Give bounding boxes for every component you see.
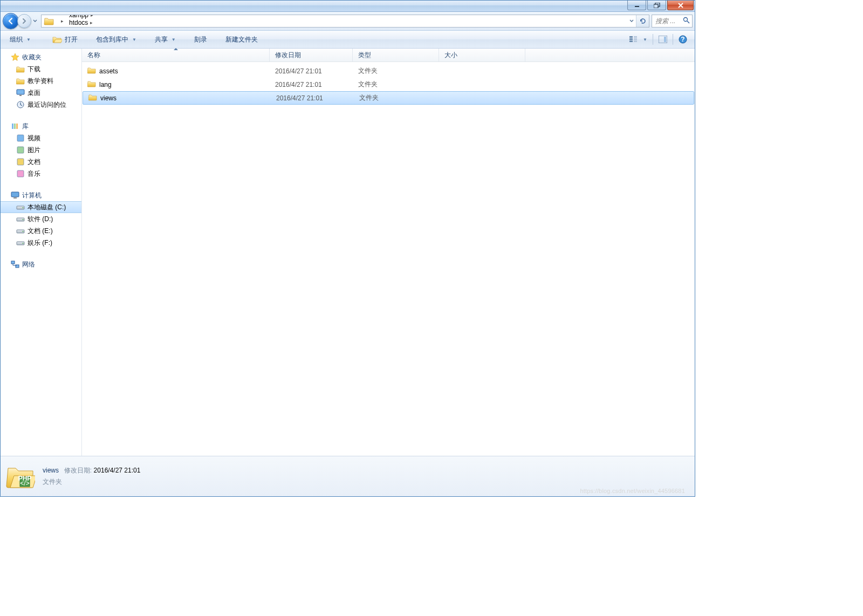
refresh-button[interactable] bbox=[636, 15, 649, 27]
breadcrumb-bar[interactable]: ▸ 计算机▸本地磁盘 (C:)▸xampp▸htdocs▸PHPprimary▸… bbox=[41, 15, 649, 28]
tree-item[interactable]: 本地磁盘 (C:) bbox=[1, 201, 81, 213]
chevron-down-icon: ▼ bbox=[132, 37, 136, 42]
tree-item[interactable]: 图片 bbox=[1, 144, 81, 156]
column-size[interactable]: 大小 bbox=[439, 49, 525, 61]
chevron-right-icon: ▸ bbox=[90, 20, 93, 25]
tree-item[interactable]: 文档 (E:) bbox=[1, 225, 81, 237]
view-options-button[interactable]: ▼ bbox=[626, 33, 650, 46]
tree-item[interactable]: 最近访问的位 bbox=[1, 99, 81, 111]
forward-button[interactable] bbox=[17, 14, 31, 28]
title-bar bbox=[1, 1, 695, 12]
file-type: 文件夹 bbox=[353, 66, 439, 76]
file-list[interactable]: assets2016/4/27 21:01文件夹lang2016/4/27 21… bbox=[82, 62, 695, 456]
column-date[interactable]: 修改日期 bbox=[270, 49, 353, 61]
share-button[interactable]: 共享▼ bbox=[150, 33, 181, 46]
tree-item[interactable]: 音乐 bbox=[1, 168, 81, 180]
address-dropdown[interactable] bbox=[626, 15, 636, 27]
tree-root-item[interactable]: 库 bbox=[1, 120, 81, 132]
column-name[interactable]: 名称 bbox=[82, 49, 270, 61]
column-type[interactable]: 类型 bbox=[353, 49, 439, 61]
tree-icon bbox=[16, 64, 25, 74]
preview-pane-button[interactable] bbox=[655, 33, 670, 46]
details-date-value: 2016/4/27 21:01 bbox=[94, 467, 141, 474]
refresh-icon bbox=[639, 17, 647, 25]
file-row[interactable]: assets2016/4/27 21:01文件夹 bbox=[82, 64, 695, 78]
burn-button[interactable]: 刻录 bbox=[189, 33, 212, 46]
tree-root-item[interactable]: 计算机 bbox=[1, 189, 81, 201]
tree-item[interactable]: 软件 (D:) bbox=[1, 213, 81, 225]
file-name: views bbox=[100, 94, 117, 102]
details-date-label: 修改日期: bbox=[64, 467, 92, 474]
file-date: 2016/4/27 21:01 bbox=[270, 81, 353, 88]
details-type: 文件夹 bbox=[43, 477, 140, 487]
minimize-button[interactable] bbox=[627, 1, 646, 10]
chevron-down-icon: ▼ bbox=[26, 37, 31, 42]
folder-large-icon: PHP </> bbox=[6, 462, 35, 491]
svg-point-30 bbox=[23, 219, 24, 220]
preview-pane-icon bbox=[659, 36, 667, 43]
svg-rect-15 bbox=[17, 90, 24, 94]
svg-rect-18 bbox=[12, 124, 13, 129]
file-date: 2016/4/27 21:01 bbox=[271, 94, 354, 102]
back-button[interactable] bbox=[3, 13, 19, 29]
svg-rect-25 bbox=[11, 192, 19, 197]
view-icon bbox=[629, 36, 639, 43]
tree-icon bbox=[16, 88, 25, 98]
breadcrumb-segment[interactable]: PHPprimary▸ bbox=[66, 26, 114, 28]
tree-root-item[interactable]: 网络 bbox=[1, 258, 81, 270]
tree-item[interactable]: 桌面 bbox=[1, 87, 81, 99]
help-icon: ? bbox=[679, 35, 687, 44]
search-icon[interactable] bbox=[683, 17, 690, 25]
new-folder-button[interactable]: 新建文件夹 bbox=[221, 33, 263, 46]
tree-item[interactable]: 视频 bbox=[1, 132, 81, 144]
tree-item[interactable]: 文档 bbox=[1, 156, 81, 168]
tree-icon bbox=[16, 145, 25, 155]
maximize-icon bbox=[654, 3, 660, 8]
search-input[interactable]: 搜索 ... bbox=[652, 15, 693, 28]
tree-item[interactable]: 下载 bbox=[1, 63, 81, 75]
tree-icon bbox=[16, 76, 25, 86]
nav-history-dropdown[interactable] bbox=[31, 14, 39, 28]
svg-text:</>: </> bbox=[20, 480, 29, 487]
arrow-right-icon bbox=[21, 18, 28, 24]
file-row[interactable]: lang2016/4/27 21:01文件夹 bbox=[82, 78, 695, 91]
chevron-down-icon: ▼ bbox=[643, 37, 647, 42]
tree-root-item[interactable]: 收藏夹 bbox=[1, 51, 81, 63]
breadcrumb-segment[interactable]: xampp▸ bbox=[66, 15, 114, 19]
command-bar: 组织▼ 打开 包含到库中▼ 共享▼ 刻录 新建文件夹 ▼ bbox=[1, 31, 695, 49]
svg-rect-7 bbox=[629, 40, 633, 42]
svg-point-28 bbox=[23, 207, 24, 208]
tree-icon bbox=[16, 100, 25, 109]
svg-rect-9 bbox=[634, 38, 637, 40]
svg-rect-12 bbox=[664, 37, 666, 42]
close-icon bbox=[677, 3, 684, 8]
address-bar: ▸ 计算机▸本地磁盘 (C:)▸xampp▸htdocs▸PHPprimary▸… bbox=[1, 12, 695, 31]
tree-item[interactable]: 教学资料 bbox=[1, 75, 81, 87]
svg-rect-6 bbox=[629, 38, 633, 40]
svg-rect-10 bbox=[634, 40, 637, 42]
navigation-pane[interactable]: 收藏夹下载教学资料桌面最近访问的位 库视频图片文档音乐 计算机本地磁盘 (C:)… bbox=[1, 49, 82, 456]
breadcrumb-segment[interactable]: htdocs▸ bbox=[66, 19, 114, 26]
svg-rect-0 bbox=[635, 6, 639, 7]
svg-point-34 bbox=[23, 243, 24, 244]
include-in-library-button[interactable]: 包含到库中▼ bbox=[91, 33, 141, 46]
tree-icon bbox=[10, 190, 20, 200]
file-name: assets bbox=[99, 67, 118, 75]
breadcrumb-chevron[interactable]: ▸ bbox=[56, 15, 66, 27]
help-button[interactable]: ? bbox=[675, 33, 690, 46]
open-button[interactable]: 打开 bbox=[47, 33, 83, 46]
svg-rect-24 bbox=[17, 170, 24, 177]
svg-rect-16 bbox=[19, 95, 22, 96]
tree-icon bbox=[16, 133, 25, 143]
folder-icon bbox=[87, 79, 96, 90]
file-type: 文件夹 bbox=[354, 93, 440, 102]
close-button[interactable] bbox=[667, 1, 694, 10]
tree-icon bbox=[10, 259, 20, 269]
tree-item[interactable]: 娱乐 (F:) bbox=[1, 237, 81, 249]
file-row[interactable]: views2016/4/27 21:01文件夹 bbox=[83, 91, 694, 105]
chevron-down-icon bbox=[33, 19, 37, 23]
organize-button[interactable]: 组织▼ bbox=[5, 33, 36, 46]
tree-icon bbox=[16, 226, 25, 236]
maximize-button[interactable] bbox=[647, 1, 666, 10]
chevron-down-icon bbox=[629, 19, 634, 23]
